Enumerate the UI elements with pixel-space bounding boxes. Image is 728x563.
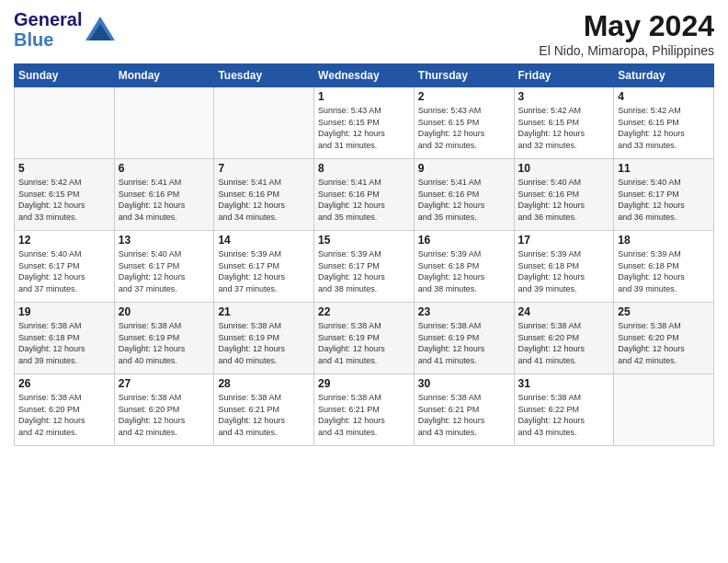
calendar-cell: 26Sunrise: 5:38 AM Sunset: 6:20 PM Dayli… xyxy=(15,374,115,446)
day-number: 28 xyxy=(218,377,310,390)
day-number: 11 xyxy=(618,162,710,175)
day-number: 5 xyxy=(18,162,110,175)
day-number: 16 xyxy=(418,234,510,247)
day-info: Sunrise: 5:38 AM Sunset: 6:20 PM Dayligh… xyxy=(18,392,110,438)
weekday-header-monday: Monday xyxy=(114,64,214,87)
calendar-cell: 13Sunrise: 5:40 AM Sunset: 6:17 PM Dayli… xyxy=(114,231,214,303)
calendar-cell: 10Sunrise: 5:40 AM Sunset: 6:16 PM Dayli… xyxy=(514,159,614,231)
day-info: Sunrise: 5:39 AM Sunset: 6:17 PM Dayligh… xyxy=(218,248,310,294)
day-number: 19 xyxy=(18,305,110,318)
weekday-header-sunday: Sunday xyxy=(15,64,115,87)
calendar-cell: 27Sunrise: 5:38 AM Sunset: 6:20 PM Dayli… xyxy=(114,374,214,446)
calendar-cell: 18Sunrise: 5:39 AM Sunset: 6:18 PM Dayli… xyxy=(614,231,714,303)
week-row-4: 19Sunrise: 5:38 AM Sunset: 6:18 PM Dayli… xyxy=(15,303,714,374)
calendar-cell: 24Sunrise: 5:38 AM Sunset: 6:20 PM Dayli… xyxy=(514,303,614,374)
day-number: 21 xyxy=(218,305,310,318)
week-row-1: 1Sunrise: 5:43 AM Sunset: 6:15 PM Daylig… xyxy=(15,87,714,159)
calendar-cell: 15Sunrise: 5:39 AM Sunset: 6:17 PM Dayli… xyxy=(314,231,415,303)
day-number: 10 xyxy=(518,162,610,175)
day-info: Sunrise: 5:38 AM Sunset: 6:22 PM Dayligh… xyxy=(518,392,610,438)
logo-general: General xyxy=(14,9,82,29)
day-number: 29 xyxy=(318,377,410,390)
day-info: Sunrise: 5:43 AM Sunset: 6:15 PM Dayligh… xyxy=(418,105,510,151)
day-info: Sunrise: 5:40 AM Sunset: 6:16 PM Dayligh… xyxy=(518,177,610,223)
calendar-cell xyxy=(214,87,314,159)
day-info: Sunrise: 5:38 AM Sunset: 6:20 PM Dayligh… xyxy=(518,320,610,366)
calendar-cell: 16Sunrise: 5:39 AM Sunset: 6:18 PM Dayli… xyxy=(414,231,514,303)
day-info: Sunrise: 5:38 AM Sunset: 6:19 PM Dayligh… xyxy=(318,320,410,366)
day-number: 14 xyxy=(218,234,310,247)
day-number: 8 xyxy=(318,162,410,175)
day-info: Sunrise: 5:40 AM Sunset: 6:17 PM Dayligh… xyxy=(18,248,110,294)
day-info: Sunrise: 5:42 AM Sunset: 6:15 PM Dayligh… xyxy=(518,105,610,151)
logo-area: General Blue xyxy=(14,9,117,50)
weekday-header-saturday: Saturday xyxy=(614,64,714,87)
day-number: 30 xyxy=(418,377,510,390)
day-number: 17 xyxy=(518,234,610,247)
day-number: 4 xyxy=(618,90,710,103)
logo-blue: Blue xyxy=(14,29,53,50)
day-info: Sunrise: 5:38 AM Sunset: 6:18 PM Dayligh… xyxy=(18,320,110,366)
weekday-header-row: SundayMondayTuesdayWednesdayThursdayFrid… xyxy=(15,64,714,87)
day-info: Sunrise: 5:38 AM Sunset: 6:21 PM Dayligh… xyxy=(318,392,410,438)
calendar-cell: 1Sunrise: 5:43 AM Sunset: 6:15 PM Daylig… xyxy=(314,87,415,159)
calendar-cell: 11Sunrise: 5:40 AM Sunset: 6:17 PM Dayli… xyxy=(614,159,714,231)
week-row-2: 5Sunrise: 5:42 AM Sunset: 6:15 PM Daylig… xyxy=(15,159,714,231)
calendar-cell: 14Sunrise: 5:39 AM Sunset: 6:17 PM Dayli… xyxy=(214,231,314,303)
week-row-3: 12Sunrise: 5:40 AM Sunset: 6:17 PM Dayli… xyxy=(15,231,714,303)
calendar-cell xyxy=(114,87,214,159)
calendar-cell: 3Sunrise: 5:42 AM Sunset: 6:15 PM Daylig… xyxy=(514,87,614,159)
day-number: 3 xyxy=(518,90,610,103)
day-number: 20 xyxy=(119,305,210,318)
calendar-cell: 9Sunrise: 5:41 AM Sunset: 6:16 PM Daylig… xyxy=(414,159,514,231)
calendar-cell: 23Sunrise: 5:38 AM Sunset: 6:19 PM Dayli… xyxy=(414,303,514,374)
day-number: 6 xyxy=(119,162,210,175)
calendar-cell: 28Sunrise: 5:38 AM Sunset: 6:21 PM Dayli… xyxy=(214,374,314,446)
day-number: 18 xyxy=(618,234,710,247)
calendar-cell: 2Sunrise: 5:43 AM Sunset: 6:15 PM Daylig… xyxy=(414,87,514,159)
location: El Nido, Mimaropa, Philippines xyxy=(539,43,714,58)
calendar-cell: 8Sunrise: 5:41 AM Sunset: 6:16 PM Daylig… xyxy=(314,159,415,231)
day-info: Sunrise: 5:38 AM Sunset: 6:19 PM Dayligh… xyxy=(119,320,210,366)
day-info: Sunrise: 5:38 AM Sunset: 6:20 PM Dayligh… xyxy=(618,320,710,366)
day-info: Sunrise: 5:39 AM Sunset: 6:18 PM Dayligh… xyxy=(618,248,710,294)
day-number: 31 xyxy=(518,377,610,390)
calendar-cell: 31Sunrise: 5:38 AM Sunset: 6:22 PM Dayli… xyxy=(514,374,614,446)
day-number: 9 xyxy=(418,162,510,175)
calendar-cell: 30Sunrise: 5:38 AM Sunset: 6:21 PM Dayli… xyxy=(414,374,514,446)
logo-text: General Blue xyxy=(14,9,82,50)
day-info: Sunrise: 5:40 AM Sunset: 6:17 PM Dayligh… xyxy=(119,248,210,294)
calendar-cell: 25Sunrise: 5:38 AM Sunset: 6:20 PM Dayli… xyxy=(614,303,714,374)
day-number: 13 xyxy=(119,234,210,247)
day-number: 25 xyxy=(618,305,710,318)
title-area: May 2024 El Nido, Mimaropa, Philippines xyxy=(539,9,714,58)
weekday-header-friday: Friday xyxy=(514,64,614,87)
day-number: 24 xyxy=(518,305,610,318)
calendar-cell xyxy=(15,87,115,159)
day-number: 1 xyxy=(318,90,410,103)
calendar-cell: 7Sunrise: 5:41 AM Sunset: 6:16 PM Daylig… xyxy=(214,159,314,231)
day-number: 23 xyxy=(418,305,510,318)
weekday-header-tuesday: Tuesday xyxy=(214,64,314,87)
page: General Blue May 2024 El Nido, Mimaropa,… xyxy=(0,0,728,563)
calendar-cell: 22Sunrise: 5:38 AM Sunset: 6:19 PM Dayli… xyxy=(314,303,415,374)
day-info: Sunrise: 5:39 AM Sunset: 6:17 PM Dayligh… xyxy=(318,248,410,294)
day-number: 22 xyxy=(318,305,410,318)
day-info: Sunrise: 5:41 AM Sunset: 6:16 PM Dayligh… xyxy=(119,177,210,223)
calendar-cell: 19Sunrise: 5:38 AM Sunset: 6:18 PM Dayli… xyxy=(15,303,115,374)
calendar-table: SundayMondayTuesdayWednesdayThursdayFrid… xyxy=(14,63,714,446)
day-info: Sunrise: 5:38 AM Sunset: 6:20 PM Dayligh… xyxy=(119,392,210,438)
month-year: May 2024 xyxy=(539,9,714,43)
day-info: Sunrise: 5:38 AM Sunset: 6:19 PM Dayligh… xyxy=(218,320,310,366)
day-number: 2 xyxy=(418,90,510,103)
day-number: 27 xyxy=(119,377,210,390)
day-info: Sunrise: 5:38 AM Sunset: 6:21 PM Dayligh… xyxy=(218,392,310,438)
day-info: Sunrise: 5:40 AM Sunset: 6:17 PM Dayligh… xyxy=(618,177,710,223)
calendar-cell: 12Sunrise: 5:40 AM Sunset: 6:17 PM Dayli… xyxy=(15,231,115,303)
day-info: Sunrise: 5:41 AM Sunset: 6:16 PM Dayligh… xyxy=(318,177,410,223)
week-row-5: 26Sunrise: 5:38 AM Sunset: 6:20 PM Dayli… xyxy=(15,374,714,446)
day-number: 7 xyxy=(218,162,310,175)
day-number: 12 xyxy=(18,234,110,247)
calendar-cell: 4Sunrise: 5:42 AM Sunset: 6:15 PM Daylig… xyxy=(614,87,714,159)
day-info: Sunrise: 5:38 AM Sunset: 6:19 PM Dayligh… xyxy=(418,320,510,366)
